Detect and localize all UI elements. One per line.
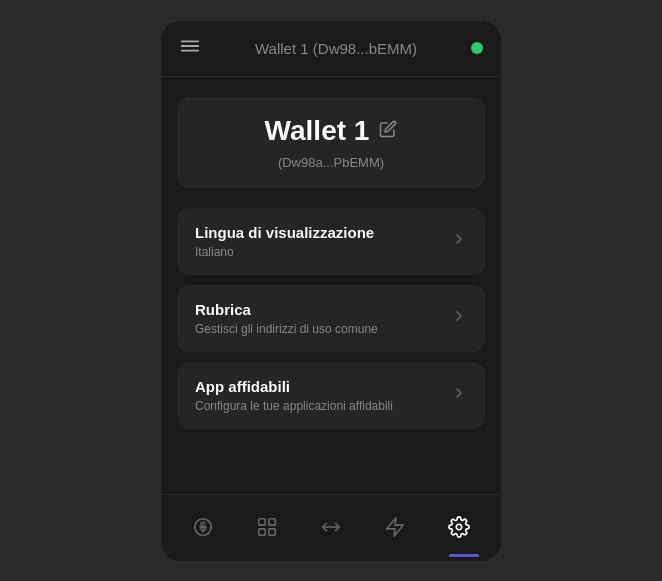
bottom-nav: $ — [161, 494, 501, 561]
status-dot — [471, 42, 483, 54]
chevron-right-icon-2 — [451, 308, 467, 328]
menu-item-address-book-subtitle: Gestisci gli indirizzi di uso comune — [195, 322, 378, 336]
svg-text:$: $ — [199, 518, 206, 533]
wallet-name: Wallet 1 — [265, 115, 370, 147]
menu-item-trusted-apps[interactable]: App affidabili Configura le tue applicaz… — [177, 362, 485, 429]
wallet-address: (Dw98a...PbEMM) — [278, 155, 384, 170]
nav-grid[interactable] — [247, 507, 287, 547]
menu-item-language-title: Lingua di visualizzazione — [195, 224, 374, 241]
nav-wallet[interactable]: $ — [183, 507, 223, 547]
menu-item-address-book-title: Rubrica — [195, 301, 378, 318]
chevron-right-icon — [451, 231, 467, 251]
nav-settings[interactable] — [439, 507, 479, 547]
menu-item-address-book[interactable]: Rubrica Gestisci gli indirizzi di uso co… — [177, 285, 485, 352]
header-title: Wallet 1 (Dw98...bEMM) — [255, 40, 417, 57]
menu-item-trusted-apps-content: App affidabili Configura le tue applicaz… — [195, 378, 393, 413]
svg-point-12 — [456, 524, 462, 530]
wallet-name-card: Wallet 1 (Dw98a...PbEMM) — [177, 97, 485, 188]
header-address: (Dw98...bEMM) — [313, 40, 417, 57]
menu-icon[interactable] — [179, 35, 201, 62]
menu-item-language[interactable]: Lingua di visualizzazione Italiano — [177, 208, 485, 275]
svg-rect-7 — [269, 518, 275, 524]
menu-item-language-subtitle: Italiano — [195, 245, 374, 259]
nav-active-indicator — [449, 554, 479, 557]
menu-item-address-book-content: Rubrica Gestisci gli indirizzi di uso co… — [195, 301, 378, 336]
edit-icon[interactable] — [379, 120, 397, 142]
chevron-right-icon-3 — [451, 385, 467, 405]
menu-item-language-content: Lingua di visualizzazione Italiano — [195, 224, 374, 259]
menu-item-trusted-apps-subtitle: Configura le tue applicazioni affidabili — [195, 399, 393, 413]
svg-rect-6 — [259, 518, 265, 524]
menu-item-trusted-apps-title: App affidabili — [195, 378, 393, 395]
main-content: Wallet 1 (Dw98a...PbEMM) Lingua di visua… — [161, 77, 501, 494]
phone-frame: Wallet 1 (Dw98...bEMM) Wallet 1 (Dw98a..… — [161, 21, 501, 561]
wallet-name-row: Wallet 1 — [265, 115, 398, 147]
nav-lightning[interactable] — [375, 507, 415, 547]
svg-rect-9 — [269, 528, 275, 534]
svg-marker-11 — [387, 517, 404, 535]
header: Wallet 1 (Dw98...bEMM) — [161, 21, 501, 77]
nav-transfer[interactable] — [311, 507, 351, 547]
header-wallet-name: Wallet 1 — [255, 40, 309, 57]
svg-rect-8 — [259, 528, 265, 534]
